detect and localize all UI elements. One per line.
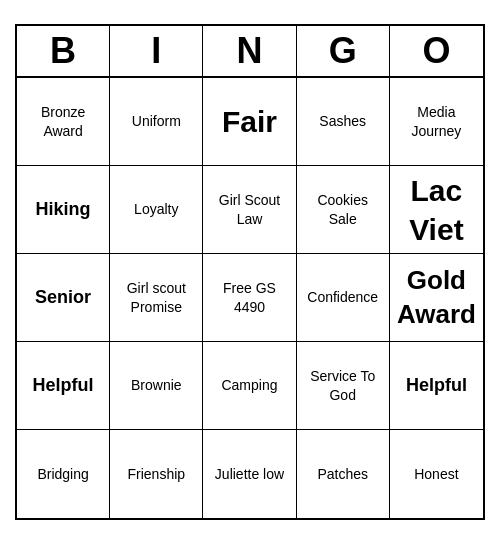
bingo-grid: Bronze AwardUniformFairSashesMedia Journ… (17, 78, 483, 518)
bingo-cell: Hiking (17, 166, 110, 254)
bingo-cell: Sashes (297, 78, 390, 166)
bingo-cell: Brownie (110, 342, 203, 430)
header-letter: O (390, 26, 483, 76)
bingo-cell: Girl Scout Law (203, 166, 296, 254)
bingo-cell: Helpful (17, 342, 110, 430)
bingo-cell: Camping (203, 342, 296, 430)
header-letter: B (17, 26, 110, 76)
bingo-card: BINGO Bronze AwardUniformFairSashesMedia… (15, 24, 485, 520)
bingo-cell: Patches (297, 430, 390, 518)
bingo-cell: Free GS 4490 (203, 254, 296, 342)
bingo-cell: Juliette low (203, 430, 296, 518)
bingo-cell: Bridging (17, 430, 110, 518)
bingo-cell: Gold Award (390, 254, 483, 342)
bingo-cell: Bronze Award (17, 78, 110, 166)
bingo-cell: Uniform (110, 78, 203, 166)
bingo-cell: Media Journey (390, 78, 483, 166)
bingo-header: BINGO (17, 26, 483, 78)
bingo-cell: Senior (17, 254, 110, 342)
bingo-cell: Service To God (297, 342, 390, 430)
bingo-cell: Girl scout Promise (110, 254, 203, 342)
bingo-cell: Cookies Sale (297, 166, 390, 254)
bingo-cell: Fair (203, 78, 296, 166)
bingo-cell: Loyalty (110, 166, 203, 254)
bingo-cell: Frienship (110, 430, 203, 518)
bingo-cell: Honest (390, 430, 483, 518)
header-letter: N (203, 26, 296, 76)
bingo-cell: Lac Viet (390, 166, 483, 254)
header-letter: I (110, 26, 203, 76)
bingo-cell: Helpful (390, 342, 483, 430)
bingo-cell: Confidence (297, 254, 390, 342)
header-letter: G (297, 26, 390, 76)
